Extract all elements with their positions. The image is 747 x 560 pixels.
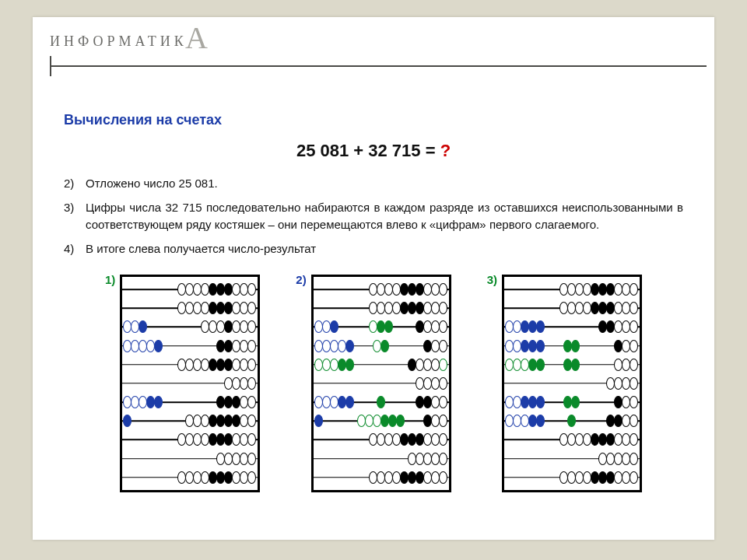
abacus-label: 1) [105,273,115,286]
abacus-bead [630,471,638,484]
abacus-bead-group [560,302,638,314]
step-item: 2)Отложено число 25 081. [64,175,683,193]
abacus-bead [247,471,256,484]
abacus-bead-group [564,359,580,371]
abacus-bead [247,302,256,314]
abacus-rod [314,470,449,485]
abacus-bead [439,377,447,390]
step-item: 4)В итоге слева получается число-результ… [64,240,683,258]
abacus-bead-group [124,320,147,333]
abacus-bead-group [615,359,638,371]
abacus-bead-group [424,340,447,352]
abacus-bead-group [370,433,447,446]
abacus-bead-group [374,340,389,352]
abacus-rod [314,451,449,467]
abacus-rod [504,338,640,354]
abacus-bead [247,415,256,427]
abacus-bead-group [409,359,440,371]
abacus-bead [571,359,580,371]
abacus-bead [247,396,256,408]
abacus-frame [120,275,260,492]
abacus-bead-group [560,283,638,296]
logo: ИНФОРМАТИК А [50,26,697,50]
abacus-bead [247,377,256,390]
abacus-bead [630,415,638,427]
abacus-wrapper: 3) [487,275,642,492]
abacus-bead [630,359,638,371]
abacus-bead-group [506,340,545,352]
abacus-bead-group [124,415,132,427]
abacus-bead [439,396,447,408]
abacus-bead [439,415,447,427]
abacus-rod [122,282,258,297]
abacus-wrapper: 2) [296,275,451,492]
abacus-bead-group [506,320,545,333]
abacus-bead-group [178,359,256,371]
abacus-bead [536,340,545,352]
abacus-bead [630,453,638,465]
abacus-rod [122,338,258,354]
abacus-rod [122,319,258,334]
abacus-bead [345,340,354,352]
abacus-bead [431,359,440,371]
abacus-rod [122,394,258,410]
step-number: 2) [64,175,86,193]
abacus-bead [439,320,447,333]
abacus-rod [122,470,258,485]
logo-text: ИНФОРМАТИК [50,33,188,50]
abacus-bead-group [217,340,256,352]
abacus-bead-group [186,415,256,427]
abacus-bead [247,283,256,296]
abacus-bead-group [409,453,447,465]
abacus-bead-group [315,320,338,333]
abacus-bead-group [178,302,256,314]
abacus-row: 1)2)3) [64,275,683,492]
abacus-rod [504,300,640,316]
abacus-bead [571,396,580,408]
abacus-bead [630,283,638,296]
abacus-bead-group [178,433,256,446]
steps-list: 2)Отложено число 25 081.3)Цифры числа 32… [64,175,683,257]
equation: 25 081 + 32 715 = ? [64,141,683,161]
abacus-bead [439,453,447,465]
abacus-bead [567,415,576,427]
abacus-bead-group [315,415,323,427]
equation-question-mark: ? [440,141,451,160]
slide-title: Вычисления на счетах [64,112,683,128]
abacus-bead-group [599,320,638,333]
abacus-bead-group [506,415,545,427]
abacus-label: 3) [487,273,497,286]
abacus-bead [536,415,545,427]
abacus-bead-group [599,453,638,465]
abacus-rod [504,432,640,447]
abacus-rod [504,319,640,334]
abacus-bead [247,433,256,446]
abacus-bead-group [416,377,447,390]
abacus-bead-group [416,320,447,333]
abacus-bead-group [178,283,256,296]
abacus-bead-group [560,471,638,484]
abacus-rod [314,413,449,429]
slide-card: ИНФОРМАТИК А Вычисления на счетах 25 081… [33,17,714,540]
abacus-rod [314,338,449,354]
abacus-rod [504,394,640,410]
abacus-bead [439,302,447,314]
abacus-bead-group [217,453,256,465]
abacus-label: 2) [296,273,306,286]
abacus-bead-group [615,396,638,408]
abacus-rod [122,376,258,391]
abacus-bead-group [124,340,163,352]
abacus-rod [504,282,640,297]
abacus-bead [139,320,147,333]
abacus-bead-group [424,415,447,427]
abacus-bead [345,359,354,371]
abacus-bead [247,340,256,352]
abacus-bead-group [217,396,256,408]
abacus-rod [504,413,640,429]
abacus-bead-group [178,471,256,484]
step-number: 4) [64,240,86,258]
slide-header: ИНФОРМАТИК А [33,17,714,50]
abacus-bead-group [568,415,576,427]
abacus-bead-group [370,283,447,296]
abacus-rod [314,357,449,373]
